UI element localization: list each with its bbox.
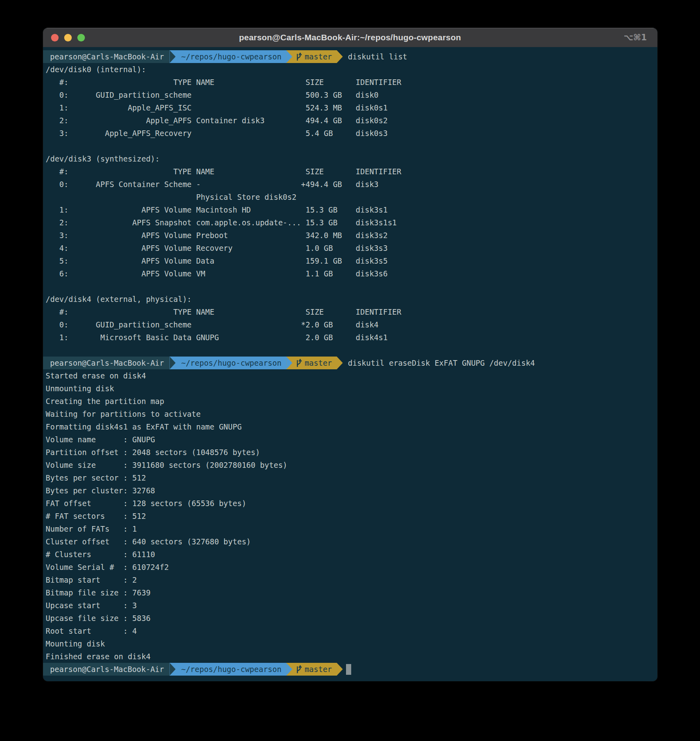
host-segment: pearson@Carls-MacBook-Air	[43, 663, 170, 676]
output-line: 3: Apple_APFS_Recovery 5.4 GB disk0s3	[43, 127, 657, 140]
output-line: Volume Serial # : 610724f2	[43, 561, 657, 573]
output-line: Started erase on disk4	[43, 369, 657, 382]
prompt-line: pearson@Carls-MacBook-Air ~/repos/hugo-c…	[43, 50, 657, 63]
output-line: 5: APFS Volume Data 159.1 GB disk3s5	[43, 254, 657, 267]
output-line: Volume size : 3911680 sectors (200278016…	[43, 459, 657, 471]
output-line: 2: Apple_APFS Container disk3 494.4 GB d…	[43, 114, 657, 127]
output-line: Waiting for partitions to activate	[43, 408, 657, 420]
powerline-separator	[286, 50, 292, 63]
output-line: # FAT sectors : 512	[43, 510, 657, 522]
output-line: Partition offset : 2048 sectors (1048576…	[43, 446, 657, 459]
output-line: #: TYPE NAME SIZE IDENTIFIER	[43, 305, 657, 318]
output-line: 6: APFS Volume VM 1.1 GB disk3s6	[43, 267, 657, 280]
minimize-button[interactable]	[64, 34, 72, 41]
command-text: diskutil eraseDisk ExFAT GNUPG /dev/disk…	[348, 357, 535, 369]
output-line: Bytes per cluster: 32768	[43, 484, 657, 497]
output-line: Bitmap start : 2	[43, 573, 657, 586]
output-line: Mounting disk	[43, 637, 657, 650]
git-branch-icon	[295, 664, 302, 674]
output-line: Number of FATs : 1	[43, 522, 657, 535]
powerline-separator	[337, 663, 343, 676]
prompt-line: pearson@Carls-MacBook-Air ~/repos/hugo-c…	[43, 663, 657, 676]
git-branch-segment: master	[292, 663, 337, 676]
host-segment: pearson@Carls-MacBook-Air	[43, 357, 170, 369]
directory-text: ~/repos/hugo-cwpearson	[181, 50, 281, 63]
powerline-separator	[169, 50, 175, 63]
branch-text: master	[305, 50, 332, 63]
output-line: 0: APFS Container Scheme - +494.4 GB dis…	[43, 178, 657, 191]
output-line: Bytes per sector : 512	[43, 471, 657, 484]
prompt-line: pearson@Carls-MacBook-Air ~/repos/hugo-c…	[43, 357, 657, 369]
output-line: Formatting disk4s1 as ExFAT with name GN…	[43, 420, 657, 433]
output-line: #: TYPE NAME SIZE IDENTIFIER	[43, 165, 657, 178]
git-branch-segment: master	[292, 357, 337, 369]
output-line: Upcase start : 3	[43, 599, 657, 612]
output-line: 3: APFS Volume Preboot 342.0 MB disk3s2	[43, 229, 657, 242]
directory-segment: ~/repos/hugo-cwpearson	[175, 357, 286, 369]
output-line: Volume name : GNUPG	[43, 433, 657, 446]
output-line: Root start : 4	[43, 625, 657, 637]
directory-text: ~/repos/hugo-cwpearson	[181, 663, 281, 676]
output-line: 1: Apple_APFS_ISC 524.3 MB disk0s1	[43, 101, 657, 114]
output-line: 4: APFS Volume Recovery 1.0 GB disk3s3	[43, 242, 657, 254]
title-bar: pearson@Carls-MacBook-Air:~/repos/hugo-c…	[43, 28, 657, 47]
powerline-separator	[337, 357, 343, 369]
output-line: /dev/disk3 (synthesized):	[43, 152, 657, 165]
command-output: Started erase on disk4Unmounting diskCre…	[43, 369, 657, 663]
terminal-screen[interactable]: pearson@Carls-MacBook-Air ~/repos/hugo-c…	[43, 47, 657, 680]
branch-text: master	[305, 357, 332, 369]
output-line: /dev/disk4 (external, physical):	[43, 293, 657, 305]
terminal-cursor	[346, 664, 351, 675]
branch-text: master	[305, 663, 332, 676]
powerline-separator	[169, 357, 175, 369]
output-line: Upcase file size : 5836	[43, 612, 657, 625]
zoom-button[interactable]	[77, 34, 85, 41]
directory-text: ~/repos/hugo-cwpearson	[181, 357, 281, 369]
output-line	[43, 280, 657, 293]
output-line: Creating the partition map	[43, 395, 657, 408]
git-branch-icon	[295, 358, 302, 368]
powerline-separator	[286, 663, 292, 676]
close-button[interactable]	[51, 34, 59, 41]
output-line	[43, 344, 657, 357]
powerline-separator	[286, 357, 292, 369]
git-branch-segment: master	[292, 50, 337, 63]
output-line: 1: Microsoft Basic Data GNUPG 2.0 GB dis…	[43, 331, 657, 344]
output-line: /dev/disk0 (internal):	[43, 63, 657, 76]
host-segment: pearson@Carls-MacBook-Air	[43, 50, 170, 63]
output-line: #: TYPE NAME SIZE IDENTIFIER	[43, 76, 657, 89]
powerline-separator	[337, 50, 343, 63]
terminal-window: pearson@Carls-MacBook-Air:~/repos/hugo-c…	[43, 28, 657, 681]
output-line: 0: GUID_partition_scheme *2.0 GB disk4	[43, 318, 657, 331]
output-line: Cluster offset : 640 sectors (327680 byt…	[43, 535, 657, 548]
directory-segment: ~/repos/hugo-cwpearson	[175, 50, 286, 63]
output-line: Physical Store disk0s2	[43, 191, 657, 203]
output-line: Finished erase on disk4	[43, 650, 657, 663]
command-text: diskutil list	[348, 50, 407, 63]
output-line	[43, 140, 657, 152]
directory-segment: ~/repos/hugo-cwpearson	[175, 663, 286, 676]
powerline-separator	[169, 663, 175, 676]
command-output: /dev/disk0 (internal): #: TYPE NAME SIZE…	[43, 63, 657, 357]
output-line: 2: APFS Snapshot com.apple.os.update-...…	[43, 216, 657, 229]
user-host-text: pearson@Carls-MacBook-Air	[50, 663, 164, 676]
traffic-lights	[51, 28, 85, 47]
output-line: Unmounting disk	[43, 382, 657, 395]
output-line: # Clusters : 61110	[43, 548, 657, 561]
window-shortcut-hint: ⌥⌘1	[623, 28, 647, 47]
git-branch-icon	[295, 52, 302, 61]
output-line: FAT offset : 128 sectors (65536 bytes)	[43, 497, 657, 510]
output-line: Bitmap file size : 7639	[43, 586, 657, 599]
window-title: pearson@Carls-MacBook-Air:~/repos/hugo-c…	[239, 33, 461, 42]
user-host-text: pearson@Carls-MacBook-Air	[50, 50, 164, 63]
output-line: 1: APFS Volume Macintosh HD 15.3 GB disk…	[43, 203, 657, 216]
output-line: 0: GUID_partition_scheme 500.3 GB disk0	[43, 89, 657, 101]
user-host-text: pearson@Carls-MacBook-Air	[50, 357, 164, 369]
